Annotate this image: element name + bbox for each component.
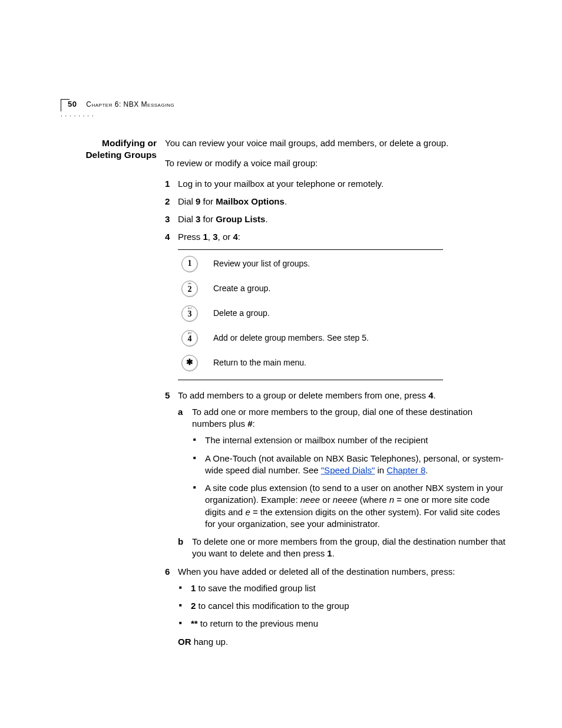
section-title-line1: Modifying or: [102, 138, 157, 148]
bullet-6-3: ** to return to the previous menu: [178, 618, 509, 630]
section-title-column: Modifying or Deleting Groups: [68, 137, 165, 654]
phone-key-2-icon: abc2: [181, 281, 198, 297]
bullet-5a-2: A One-Touch (not available on NBX Basic …: [192, 453, 509, 477]
step-2: 2 Dial 9 for Mailbox Options.: [165, 196, 509, 207]
table-bottom-rule: [178, 380, 443, 380]
step-6: 6 When you have added or deleted all of …: [165, 566, 509, 648]
step-6-or: OR hang up.: [178, 636, 509, 648]
step-3: 3 Dial 3 for Group Lists.: [165, 213, 509, 225]
key-row-4: ghi4 Add or delete group members. See st…: [178, 330, 443, 347]
document-page: · · · · · · · · 50 Chapter 6: NBX Messag…: [0, 0, 562, 728]
key-row-3: def3 Delete a group.: [178, 305, 443, 322]
bullet-5a-1: The internal extension or mailbox number…: [192, 434, 509, 446]
phone-key-star-icon: ✱: [181, 355, 198, 371]
key-3-desc: Delete a group.: [213, 308, 270, 319]
phone-key-1-icon: 1: [181, 256, 198, 272]
step-5: 5 To add members to a group or delete me…: [165, 390, 509, 560]
key-row-1: 1 Review your list of groups.: [178, 256, 443, 272]
chapter-8-link[interactable]: Chapter 8: [386, 465, 425, 475]
running-header: · · · · · · · · 50 Chapter 6: NBX Messag…: [68, 99, 174, 110]
bullet-5a-3: A site code plus extension (to send to a…: [192, 482, 509, 530]
key-4-desc: Add or delete group members. See step 5.: [213, 332, 369, 344]
speed-dials-link[interactable]: "Speed Dials": [321, 465, 375, 475]
phone-key-4-icon: ghi4: [181, 330, 198, 347]
intro-para-1: You can review your voice mail groups, a…: [165, 137, 509, 149]
key-1-desc: Review your list of groups.: [213, 258, 310, 269]
section-title-line2: Deleting Groups: [85, 150, 157, 160]
steps-list-cont: 5 To add members to a group or delete me…: [165, 390, 509, 648]
bullet-6-2: 2 to cancel this modification to the gro…: [178, 600, 509, 612]
header-corner-rule: [61, 99, 70, 111]
key-row-2: abc2 Create a group.: [178, 281, 443, 297]
key-row-star: ✱ Return to the main menu.: [178, 355, 443, 371]
key-star-desc: Return to the main menu.: [213, 357, 306, 368]
key-2-desc: Create a group.: [213, 283, 270, 294]
step-1-text: Log in to your mailbox at your telephone…: [178, 179, 384, 189]
table-top-rule: [178, 249, 443, 250]
body-column: You can review your voice mail groups, a…: [165, 137, 509, 654]
step-5a-bullets: The internal extension or mailbox number…: [192, 434, 509, 530]
step-5a: a To add one or more members to the grou…: [178, 406, 509, 530]
step-5b: b To delete one or more members from the…: [178, 536, 509, 560]
steps-list: 1 Log in to your mailbox at your telepho…: [165, 178, 509, 243]
intro-para-2: To review or modify a voice mail group:: [165, 157, 509, 169]
step-1: 1 Log in to your mailbox at your telepho…: [165, 178, 509, 190]
bullet-6-1: 1 to save the modified group list: [178, 582, 509, 594]
dotted-decoration: · · · · · · · ·: [61, 112, 94, 120]
chapter-label: Chapter 6: NBX Messaging: [86, 100, 174, 108]
step-4: 4 Press 1, 3, or 4:: [165, 231, 509, 243]
step-5-sublist: a To add one or more members to the grou…: [178, 406, 509, 560]
phone-key-3-icon: def3: [181, 305, 198, 322]
step-6-bullets: 1 to save the modified group list 2 to c…: [178, 582, 509, 630]
keypad-table: 1 Review your list of groups. abc2 Creat…: [178, 249, 443, 380]
